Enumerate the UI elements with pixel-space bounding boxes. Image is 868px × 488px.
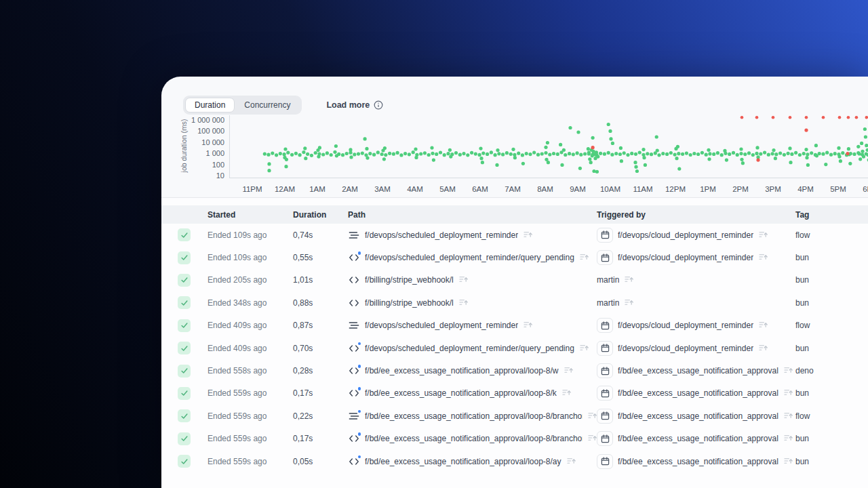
table-row[interactable]: Ended 559s ago0,17sf/bd/ee_excess_usage_… — [161, 428, 868, 450]
filter-by-path-icon[interactable] — [524, 319, 532, 331]
schedule-calendar-icon — [597, 431, 613, 446]
run-triggered-by[interactable]: f/devops/cloud_deployment_reminder — [618, 321, 753, 330]
schedule-calendar-icon — [597, 318, 613, 333]
run-path[interactable]: f/devops/scheduled_deployment_reminder — [365, 321, 518, 330]
code-icon — [348, 298, 360, 308]
success-check-badge — [178, 342, 191, 354]
flow-step-dot — [358, 455, 361, 459]
run-triggered-by[interactable]: f/bd/ee_excess_usage_notification_approv… — [618, 457, 778, 466]
table-row[interactable]: Ended 558s ago0,28sf/bd/ee_excess_usage_… — [161, 359, 868, 382]
page-background: Duration Concurrency Load more job durat… — [0, 0, 868, 488]
run-tag: bun — [795, 434, 868, 443]
x-tick-label: 11PM — [242, 185, 262, 193]
run-started: Ended 559s ago — [208, 388, 293, 398]
run-triggered-by[interactable]: f/bd/ee_excess_usage_notification_approv… — [618, 366, 778, 375]
filter-by-trigger-icon[interactable] — [784, 410, 793, 422]
run-triggered-by[interactable]: martin — [597, 298, 619, 308]
run-duration: 0,17s — [293, 434, 348, 443]
run-path[interactable]: f/bd/ee_excess_usage_notification_approv… — [365, 434, 583, 443]
schedule-calendar-icon — [597, 386, 613, 401]
run-triggered-by[interactable]: f/devops/cloud_deployment_reminder — [618, 344, 753, 353]
filter-by-path-icon[interactable] — [580, 342, 589, 354]
table-row[interactable]: Ended 205s ago1,01sf/billing/stripe_webh… — [161, 269, 868, 291]
filter-by-trigger-icon[interactable] — [784, 387, 793, 399]
filter-by-path-icon[interactable] — [459, 274, 468, 286]
filter-by-trigger-icon[interactable] — [625, 274, 633, 286]
run-path[interactable]: f/devops/scheduled_deployment_reminder — [365, 230, 518, 240]
run-started: Ended 559s ago — [208, 411, 293, 421]
chart-toolbar: Duration Concurrency Load more — [183, 96, 383, 114]
schedule-calendar-icon — [597, 454, 613, 469]
run-triggered-by[interactable]: f/bd/ee_excess_usage_notification_approv… — [618, 434, 778, 443]
run-path[interactable]: f/billing/stripe_webhook/l — [365, 298, 454, 308]
table-row[interactable]: Ended 109s ago0,74sf/devops/scheduled_de… — [161, 224, 868, 246]
info-icon — [374, 100, 383, 110]
filter-by-trigger-icon[interactable] — [784, 432, 793, 445]
filter-by-path-icon[interactable] — [459, 297, 468, 309]
run-triggered-by[interactable]: f/devops/cloud_deployment_reminder — [618, 230, 753, 240]
filter-by-path-icon[interactable] — [567, 455, 576, 468]
table-row[interactable]: Ended 409s ago0,87sf/devops/scheduled_de… — [161, 314, 868, 337]
table-row[interactable]: Ended 348s ago0,88sf/billing/stripe_webh… — [161, 291, 868, 314]
tab-duration[interactable]: Duration — [185, 98, 235, 113]
flow-step-dot — [358, 342, 361, 346]
filter-by-path-icon[interactable] — [524, 229, 532, 241]
run-duration: 0,87s — [293, 321, 348, 330]
run-path[interactable]: f/devops/scheduled_deployment_reminder/q… — [365, 344, 574, 353]
filter-by-trigger-icon[interactable] — [759, 342, 768, 354]
filter-by-trigger-icon[interactable] — [625, 297, 633, 309]
duration-scatter-plot[interactable] — [229, 115, 868, 178]
table-row[interactable]: Ended 559s ago0,22sf/bd/ee_excess_usage_… — [161, 405, 868, 427]
table-row[interactable]: Ended 409s ago0,70sf/devops/scheduled_de… — [161, 337, 868, 359]
run-started: Ended 558s ago — [208, 366, 293, 375]
success-check-badge — [178, 387, 191, 400]
run-triggered-by[interactable]: martin — [597, 275, 619, 285]
run-duration: 0,70s — [293, 344, 348, 353]
runs-panel: Duration Concurrency Load more job durat… — [161, 77, 868, 488]
run-started: Ended 409s ago — [208, 344, 293, 353]
run-path[interactable]: f/bd/ee_excess_usage_notification_approv… — [365, 411, 583, 421]
run-tag: bun — [795, 275, 868, 285]
success-check-badge — [178, 455, 191, 468]
run-triggered-by[interactable]: f/bd/ee_excess_usage_notification_approv… — [618, 411, 778, 421]
tab-concurrency[interactable]: Concurrency — [235, 98, 300, 113]
filter-by-path-icon[interactable] — [580, 251, 589, 264]
filter-by-path-icon[interactable] — [588, 410, 597, 422]
run-path[interactable]: f/bd/ee_excess_usage_notification_approv… — [365, 457, 561, 466]
run-started: Ended 559s ago — [208, 434, 293, 443]
code-icon — [348, 274, 360, 285]
run-started: Ended 109s ago — [208, 253, 293, 262]
table-row[interactable]: Ended 109s ago0,55sf/devops/scheduled_de… — [161, 246, 868, 268]
run-path[interactable]: f/billing/stripe_webhook/l — [365, 275, 454, 285]
header-tag: Tag — [795, 210, 868, 220]
filter-by-path-icon[interactable] — [562, 387, 571, 399]
run-triggered-by[interactable]: f/devops/cloud_deployment_reminder — [618, 253, 753, 262]
table-row[interactable]: Ended 559s ago0,05sf/bd/ee_excess_usage_… — [161, 450, 868, 472]
filter-by-trigger-icon[interactable] — [784, 455, 793, 468]
run-triggered-by[interactable]: f/bd/ee_excess_usage_notification_approv… — [618, 388, 778, 398]
run-started: Ended 205s ago — [208, 275, 293, 285]
filter-by-trigger-icon[interactable] — [759, 229, 768, 241]
filter-by-trigger-icon[interactable] — [784, 365, 793, 377]
x-tick-label: 2PM — [732, 185, 749, 193]
y-tick-label: 100 — [212, 161, 224, 169]
x-tick-label: 12PM — [665, 185, 686, 193]
filter-by-trigger-icon[interactable] — [759, 319, 768, 331]
series-success-dots — [263, 123, 868, 174]
filter-by-trigger-icon[interactable] — [759, 251, 768, 264]
load-more-button[interactable]: Load more — [326, 100, 383, 110]
run-path[interactable]: f/bd/ee_excess_usage_notification_approv… — [365, 366, 559, 375]
run-path[interactable]: f/devops/scheduled_deployment_reminder/q… — [365, 253, 574, 262]
filter-by-path-icon[interactable] — [564, 365, 573, 377]
run-tag: bun — [795, 457, 868, 466]
load-more-label: Load more — [326, 100, 370, 110]
header-started: Started — [208, 210, 293, 220]
x-tick-label: 11AM — [633, 185, 652, 193]
run-path[interactable]: f/bd/ee_excess_usage_notification_approv… — [365, 388, 557, 398]
x-tick-label: 4PM — [797, 185, 814, 193]
table-row[interactable]: Ended 559s ago0,17sf/bd/ee_excess_usage_… — [161, 382, 868, 405]
filter-by-path-icon[interactable] — [588, 432, 597, 445]
code-icon — [348, 343, 360, 354]
y-tick-label: 1 000 — [205, 149, 224, 157]
run-duration: 0,17s — [293, 388, 348, 398]
